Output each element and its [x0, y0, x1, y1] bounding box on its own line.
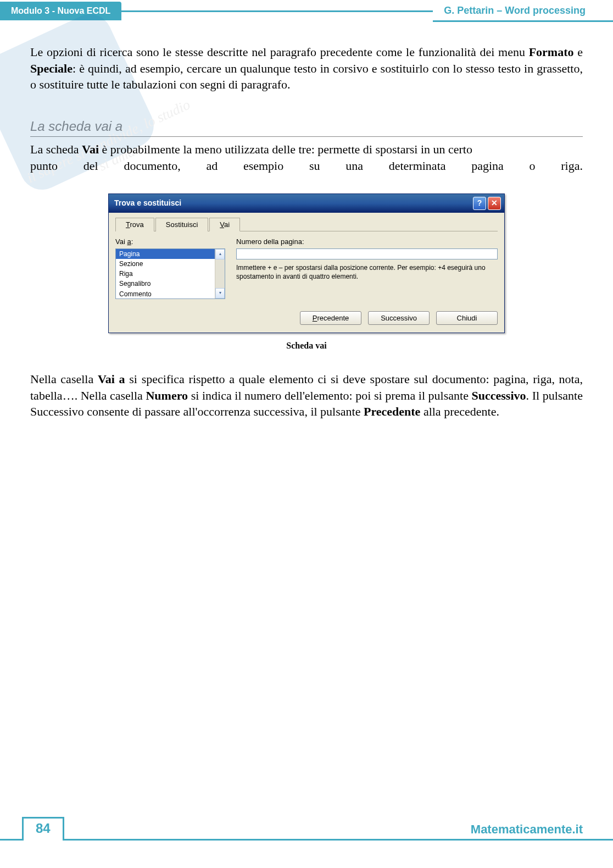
text: è probabilmente la meno utilizzata delle… — [99, 142, 472, 156]
text-bold: Formato — [529, 45, 574, 59]
text: : è quindi, ad esempio, cercare un qualu… — [73, 62, 377, 75]
paragraph-explain: Nella casella Vai a si specifica rispett… — [30, 371, 583, 420]
numero-label: Numero della pagina: — [236, 237, 498, 247]
page-footer: 84 Matematicamente.it — [0, 835, 613, 868]
close-icon[interactable]: ✕ — [488, 197, 501, 210]
scrollbar[interactable]: ▴ ▾ — [215, 249, 225, 298]
tab-sostituisci[interactable]: Sostituisci — [155, 218, 209, 232]
list-item[interactable]: Commento — [116, 289, 215, 298]
text-bold: Successivo — [472, 389, 526, 402]
list-item[interactable]: Riga — [116, 269, 215, 279]
dialog-title: Trova e sostituisci — [114, 198, 473, 208]
site-label: Matematicamente.it — [64, 822, 613, 841]
module-tab: Modulo 3 - Nuova ECDL — [0, 2, 121, 20]
author-label: G. Pettarin – Word processing — [433, 1, 613, 22]
text: e — [574, 45, 583, 59]
text: Le opzioni di ricerca sono le stesse des… — [30, 45, 476, 59]
header-rule — [121, 10, 433, 12]
text: paragrafo. — [241, 78, 291, 91]
tab-vai[interactable]: Vai — [209, 218, 240, 232]
text: prema il pulsante — [385, 389, 471, 402]
scroll-down-icon[interactable]: ▾ — [215, 288, 225, 298]
close-button[interactable]: Chiudi — [436, 311, 498, 325]
figure-caption: Scheda vai — [30, 340, 583, 352]
text-bold: Vai a — [98, 372, 125, 386]
previous-button[interactable]: Precedente — [300, 311, 361, 325]
page-number: 84 — [22, 817, 64, 841]
text: punto del documento, ad esempio su una d… — [30, 159, 583, 173]
paragraph-vai: La scheda Vai è probabilmente la meno ut… — [30, 141, 583, 174]
text: Nella casella — [30, 372, 98, 386]
page-number-input[interactable] — [236, 248, 498, 259]
text-bold: Numero — [146, 389, 188, 402]
text: si specifica rispetto a quale elemento c… — [125, 372, 489, 386]
dialog-titlebar[interactable]: Trova e sostituisci ? ✕ — [109, 194, 504, 213]
dialog-tabs: Trova Sostituisci Vai — [115, 217, 498, 232]
vaia-label: Vai a: — [115, 237, 225, 247]
list-item[interactable]: Segnalibro — [116, 279, 215, 289]
scroll-up-icon[interactable]: ▴ — [215, 249, 225, 259]
list-item[interactable]: Sezione — [116, 259, 215, 269]
text: si indica il numero dell'elemento: poi s… — [188, 389, 382, 402]
tab-trova[interactable]: Trova — [115, 218, 154, 232]
text: La scheda — [30, 142, 82, 156]
vaia-listbox[interactable]: Pagina Sezione Riga Segnalibro Commento … — [115, 248, 225, 299]
list-item[interactable]: Pagina — [116, 249, 215, 259]
page-header: Modulo 3 - Nuova ECDL G. Pettarin – Word… — [0, 0, 613, 22]
text-bold: Precedente — [364, 405, 420, 418]
text-bold: Vai — [82, 142, 99, 156]
section-title: La scheda vai a — [30, 118, 583, 137]
paragraph-intro: Le opzioni di ricerca sono le stesse des… — [30, 44, 583, 93]
text: alla precedente. — [420, 405, 499, 418]
text: dei menu — [480, 45, 528, 59]
next-button[interactable]: Successivo — [368, 311, 430, 325]
help-icon[interactable]: ? — [473, 197, 486, 210]
dialog-figure: Trova e sostituisci ? ✕ Trova Sostituisc… — [30, 193, 583, 352]
text: successiva, il pulsante — [254, 405, 364, 418]
hint-text: Immettere + e – per spostarsi dalla posi… — [236, 264, 498, 281]
text-bold: Speciale — [30, 62, 73, 75]
find-replace-dialog: Trova e sostituisci ? ✕ Trova Sostituisc… — [108, 193, 505, 334]
